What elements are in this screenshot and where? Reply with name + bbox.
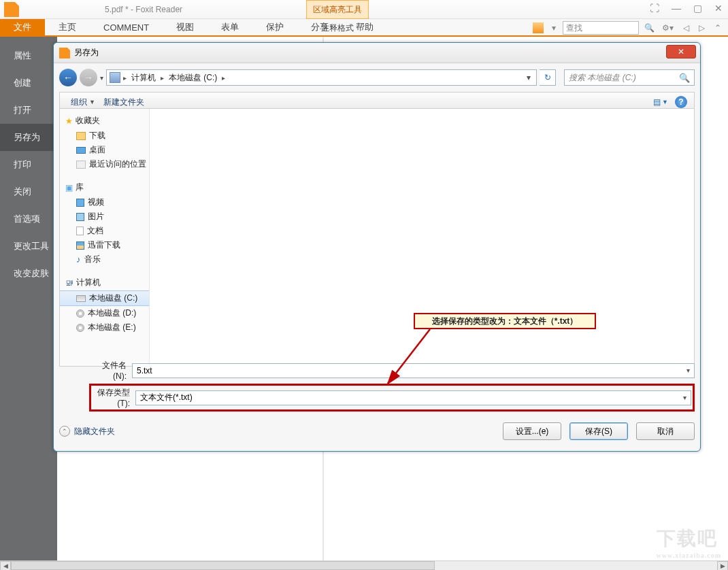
filetype-value: 文本文件(*.txt): [140, 392, 193, 403]
scroll-right-icon[interactable]: ▶: [717, 561, 728, 570]
collapse-icon[interactable]: ⌃: [712, 23, 724, 33]
crumb-disk[interactable]: 本地磁盘 (C:): [167, 72, 219, 84]
highlight-tool-label: 区域高亮工具: [306, 0, 369, 19]
tab-comment[interactable]: COMMENT: [90, 19, 163, 35]
nav-history-icon[interactable]: ▾: [100, 74, 103, 82]
tree-disk-d[interactable]: 本地磁盘 (D:): [60, 306, 149, 320]
tree-music[interactable]: ♪音乐: [60, 252, 149, 267]
organize-button[interactable]: 组织▼: [67, 97, 99, 108]
menu-close[interactable]: 关闭: [0, 178, 57, 205]
collapse-icon: ⌃: [59, 426, 70, 437]
menu-open[interactable]: 打开: [0, 97, 57, 124]
chevron-right-icon: ▸: [222, 74, 225, 82]
breadcrumb[interactable]: ▸ 计算机 ▸ 本地磁盘 (C:) ▸ ▾: [106, 69, 537, 86]
tab-file[interactable]: 文件: [0, 19, 45, 35]
tree-disk-e[interactable]: 本地磁盘 (E:): [60, 320, 149, 335]
chevron-right-icon: ▸: [123, 74, 127, 82]
search-placeholder: 查找: [566, 22, 582, 34]
hide-folders-toggle[interactable]: ⌃ 隐藏文件夹: [59, 426, 115, 437]
chevron-down-icon[interactable]: ▾: [527, 73, 533, 82]
horizontal-scrollbar[interactable]: ◀ ▶: [0, 560, 728, 570]
filetype-label: 保存类型(T):: [93, 387, 135, 408]
dialog-title: 另存为: [74, 47, 99, 58]
nav-forward-button[interactable]: →: [80, 69, 97, 86]
computer-icon: [110, 72, 120, 83]
nav-tree: ★收藏夹 下载 桌面 最近访问的位置 ▣库 视频 图片 文档 迅雷下载 ♪音乐 …: [60, 109, 150, 366]
save-button[interactable]: 保存(S): [569, 422, 628, 440]
tree-libraries[interactable]: ▣库: [60, 180, 149, 195]
dialog-button-row: ⌃ 隐藏文件夹 设置...(e) 保存(S) 取消: [59, 422, 695, 440]
cancel-button[interactable]: 取消: [636, 422, 695, 440]
tab-form[interactable]: 表单: [208, 19, 252, 35]
filename-label: 文件名(N):: [89, 360, 132, 381]
new-folder-button[interactable]: 新建文件夹: [99, 97, 148, 108]
settings-button[interactable]: 设置...(e): [503, 422, 561, 440]
tree-desktop[interactable]: 桌面: [60, 143, 149, 157]
ribbon: 文件 主页 COMMENT 视图 表单 保护 分享 帮助 注释格式 ▾ 查找 🔍…: [0, 19, 728, 37]
menu-print[interactable]: 打印: [0, 151, 57, 178]
menu-preferences[interactable]: 首选项: [0, 205, 57, 233]
crumb-computer[interactable]: 计算机: [129, 72, 158, 84]
nav-back-button[interactable]: ←: [59, 69, 77, 86]
filetype-select[interactable]: 文本文件(*.txt) ▾: [135, 390, 691, 405]
minimize-icon[interactable]: —: [672, 3, 681, 14]
window-title: 5.pdf * - Foxit Reader: [105, 5, 182, 14]
tree-disk-c[interactable]: 本地磁盘 (C:): [60, 290, 149, 306]
menu-properties[interactable]: 属性: [0, 42, 57, 69]
annotation-format-label[interactable]: 注释格式: [306, 19, 369, 37]
help-icon[interactable]: ?: [675, 96, 687, 108]
tree-downloads[interactable]: 下载: [60, 129, 149, 143]
dialog-close-button[interactable]: ✕: [666, 45, 696, 58]
search-icon[interactable]: 🔍: [643, 21, 655, 35]
view-mode-button[interactable]: ▤▼: [653, 97, 668, 107]
menu-create[interactable]: 创建: [0, 69, 57, 97]
menu-save-as[interactable]: 另存为: [0, 124, 57, 151]
tree-pictures[interactable]: 图片: [60, 209, 149, 224]
find-prev-icon[interactable]: [533, 22, 544, 33]
restore-icon[interactable]: ⛶: [650, 3, 659, 14]
scroll-left-icon[interactable]: ◀: [0, 561, 11, 570]
dialog-icon: [59, 48, 70, 58]
nav-fwd-icon[interactable]: ▷: [696, 23, 708, 33]
search-placeholder: 搜索 本地磁盘 (C:): [569, 72, 636, 84]
chevron-down-icon[interactable]: ▾: [686, 367, 690, 374]
dropdown-icon[interactable]: ▾: [549, 23, 559, 33]
nav-row: ← → ▾ ▸ 计算机 ▸ 本地磁盘 (C:) ▸ ▾ ↻ 搜索 本地磁盘 (C…: [59, 67, 695, 88]
filename-input[interactable]: 5.txt ▾: [132, 363, 695, 378]
file-list-area[interactable]: 选择保存的类型改为：文本文件（*.txt）: [150, 109, 694, 366]
scroll-thumb[interactable]: [11, 561, 435, 570]
save-as-dialog: 另存为 ✕ ← → ▾ ▸ 计算机 ▸ 本地磁盘 (C:) ▸ ▾ ↻ 搜索 本…: [53, 42, 701, 452]
tree-thunder[interactable]: 迅雷下载: [60, 238, 149, 252]
maximize-icon[interactable]: ▢: [693, 3, 702, 14]
annotation-callout: 选择保存的类型改为：文本文件（*.txt）: [414, 313, 596, 329]
refresh-button[interactable]: ↻: [540, 69, 556, 86]
tab-protect[interactable]: 保护: [252, 19, 297, 35]
search-icon: 🔍: [679, 73, 690, 83]
close-icon[interactable]: ✕: [714, 3, 723, 14]
chevron-down-icon[interactable]: ▾: [683, 394, 686, 401]
location-search-input[interactable]: 搜索 本地磁盘 (C:) 🔍: [564, 69, 695, 86]
app-icon: [4, 2, 19, 17]
search-input[interactable]: 查找: [563, 21, 639, 35]
dialog-titlebar: 另存为 ✕: [54, 43, 700, 63]
menu-change-skin[interactable]: 改变皮肤: [0, 260, 57, 287]
window-controls: ⛶ — ▢ ✕: [650, 3, 723, 14]
gear-icon[interactable]: ⚙▾: [659, 23, 676, 33]
tree-recent[interactable]: 最近访问的位置: [60, 157, 149, 171]
chevron-right-icon: ▸: [161, 74, 164, 82]
filetype-highlight-box: 保存类型(T): 文本文件(*.txt) ▾: [89, 384, 695, 412]
titlebar: 5.pdf * - Foxit Reader 区域高亮工具 ⛶ — ▢ ✕: [0, 0, 728, 19]
tree-favorites[interactable]: ★收藏夹: [60, 113, 149, 129]
tab-view[interactable]: 视图: [163, 19, 208, 35]
tree-documents[interactable]: 文档: [60, 224, 149, 238]
file-fields: 文件名(N): 5.txt ▾ 保存类型(T): 文本文件(*.txt) ▾: [59, 357, 695, 412]
dialog-body: ★收藏夹 下载 桌面 最近访问的位置 ▣库 视频 图片 文档 迅雷下载 ♪音乐 …: [59, 108, 695, 367]
file-menu-panel: 属性 创建 打开 另存为 打印 关闭 首选项 更改工具 改变皮肤: [0, 37, 57, 560]
tree-computer[interactable]: 🖳计算机: [60, 275, 149, 290]
menu-change-tools[interactable]: 更改工具: [0, 233, 57, 260]
scroll-track[interactable]: [11, 561, 717, 570]
nav-back-icon[interactable]: ◁: [680, 23, 692, 33]
filename-value: 5.txt: [137, 366, 152, 375]
tab-home[interactable]: 主页: [45, 19, 90, 35]
tree-video[interactable]: 视频: [60, 195, 149, 209]
